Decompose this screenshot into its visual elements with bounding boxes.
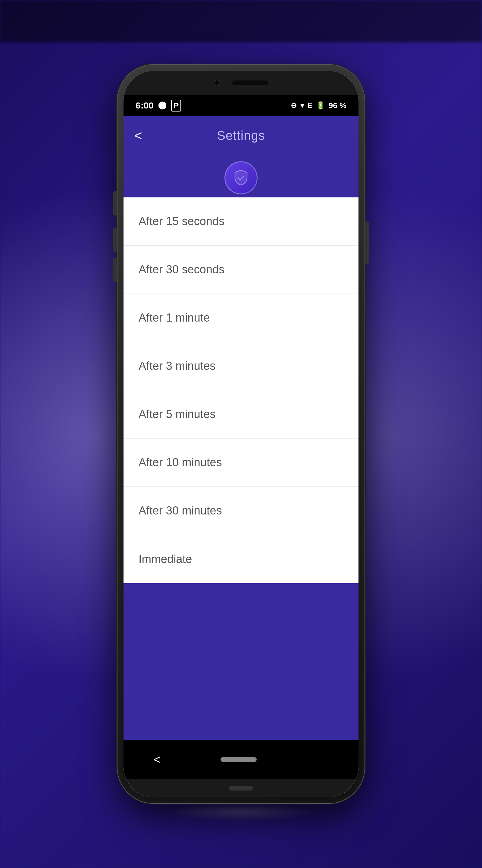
back-button[interactable]: < (134, 128, 142, 143)
status-dot-icon (158, 101, 166, 110)
list-item[interactable]: After 5 minutes (124, 390, 358, 438)
list-item[interactable]: Immediate (124, 535, 358, 583)
top-strip (0, 0, 482, 42)
shield-icon (224, 161, 258, 194)
camera-bar (124, 71, 358, 95)
status-bar: 6:00 P ⊖ ▾ E 🔋 96 % (124, 95, 358, 116)
status-p-icon: P (171, 100, 181, 112)
status-right: ⊖ ▾ E 🔋 96 % (291, 101, 347, 110)
option-label: Immediate (138, 553, 192, 566)
bottom-purple (124, 583, 358, 740)
list-item[interactable]: After 15 seconds (124, 197, 358, 246)
list-item[interactable]: After 30 seconds (124, 246, 358, 294)
wifi-icon: ▾ (300, 101, 304, 110)
shield-area (124, 155, 358, 197)
status-left: 6:00 P (135, 100, 181, 112)
nav-back-button[interactable]: < (153, 753, 160, 767)
option-label: After 5 minutes (138, 408, 216, 421)
nav-bar: < (124, 740, 358, 779)
option-label: After 1 minute (138, 311, 210, 324)
fingerprint-indicator (229, 786, 253, 790)
battery-level: 96 % (329, 101, 347, 110)
nav-home-pill[interactable] (221, 757, 257, 762)
list-item[interactable]: After 3 minutes (124, 342, 358, 390)
phone-bottom (124, 779, 358, 797)
option-label: After 15 seconds (138, 215, 224, 228)
app-content: < Settings After 15 seconds (124, 116, 358, 740)
phone-wrapper: 6:00 P ⊖ ▾ E 🔋 96 % < Settings (118, 42, 364, 826)
page-title: Settings (217, 128, 265, 143)
option-label: After 3 minutes (138, 360, 216, 373)
signal-icon: E (308, 101, 312, 110)
app-header: < Settings (124, 116, 358, 155)
status-time: 6:00 (135, 100, 154, 111)
list-item[interactable]: After 30 minutes (124, 487, 358, 535)
front-camera-icon (214, 80, 220, 86)
phone-shell: 6:00 P ⊖ ▾ E 🔋 96 % < Settings (118, 65, 364, 803)
shield-svg (231, 168, 251, 187)
option-label: After 30 seconds (138, 263, 224, 276)
list-item[interactable]: After 10 minutes (124, 438, 358, 487)
battery-icon: 🔋 (316, 101, 325, 110)
options-list: After 15 seconds After 30 seconds After … (124, 197, 358, 583)
option-label: After 30 minutes (138, 504, 222, 517)
phone-reflection (166, 803, 316, 821)
option-label: After 10 minutes (138, 456, 222, 469)
do-not-disturb-icon: ⊖ (291, 101, 297, 110)
speaker (232, 81, 268, 85)
list-item[interactable]: After 1 minute (124, 294, 358, 342)
phone-inner: 6:00 P ⊖ ▾ E 🔋 96 % < Settings (124, 71, 358, 797)
